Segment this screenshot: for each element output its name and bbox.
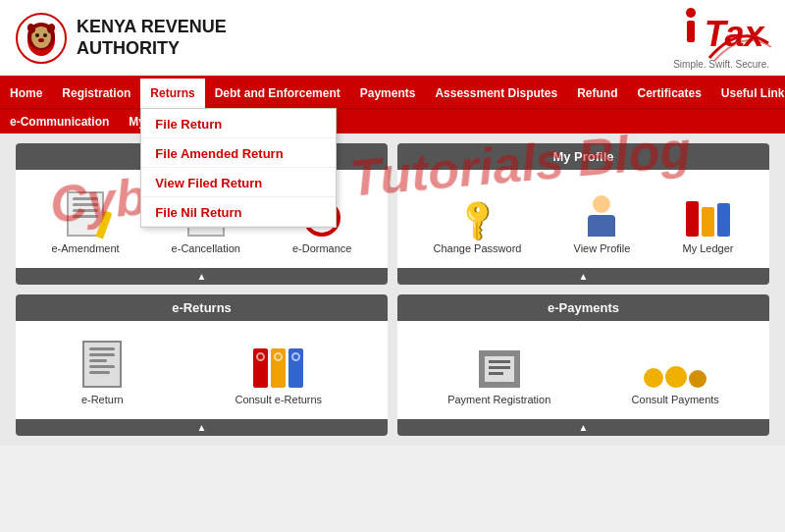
edormance-label: e-Dormance: [292, 242, 352, 254]
myprofile-arrow: ▲: [579, 271, 589, 282]
svg-point-8: [43, 33, 47, 37]
nav-certificates[interactable]: Certificates: [627, 79, 710, 108]
epayments-card: e-Payments Payment Registration: [397, 294, 769, 436]
nav-home[interactable]: Home: [0, 79, 52, 108]
person-icon: [588, 195, 615, 237]
binder2: [271, 348, 286, 388]
nav-useful-links[interactable]: Useful Links: [711, 79, 785, 108]
kra-logo-text: KENYA REVENUE AUTHORITY: [77, 17, 227, 59]
myprofile-footer: ▲: [397, 268, 769, 285]
myledger-item[interactable]: My Ledger: [682, 201, 733, 254]
nav-row2: e-Communication My... - Last Login : 11:…: [0, 108, 785, 133]
nav-returns[interactable]: Returns: [140, 79, 204, 108]
myprofile-header: My Profile: [397, 143, 769, 170]
binders-icon: [253, 348, 303, 388]
dropdown-file-amended[interactable]: File Amended Return: [141, 138, 336, 168]
changepassword-item[interactable]: 🔑 Change Password: [434, 202, 522, 254]
ereturns-header: e-Returns: [16, 294, 388, 321]
book2: [702, 207, 714, 237]
eservices-footer: ▲: [16, 268, 388, 285]
doc-line3: [73, 209, 98, 212]
eamendment-item[interactable]: e-Amendment: [52, 191, 120, 254]
ereturns-card: e-Returns e-Return: [16, 294, 388, 436]
nav-ecomm[interactable]: e-Communication: [0, 109, 119, 134]
ereturns-body: e-Return Consult e-Returns: [16, 321, 388, 419]
nav-debt[interactable]: Debt and Enforcement: [205, 79, 350, 108]
doc-line4: [73, 215, 98, 218]
payment-reg-item[interactable]: Payment Registration: [447, 350, 550, 405]
kra-name-line1: KENYA REVENUE: [77, 17, 227, 38]
myprofile-card: My Profile 🔑 Change Password View Profil…: [397, 143, 769, 285]
viewprofile-item[interactable]: View Profile: [574, 195, 631, 254]
eamendment-icon: [67, 191, 104, 237]
kra-logo-icon: [16, 13, 67, 64]
nav-registration[interactable]: Registration: [52, 79, 140, 108]
person-head: [593, 195, 610, 213]
register-inner: [485, 356, 514, 382]
binder3: [288, 348, 303, 388]
svg-point-10: [686, 8, 696, 18]
pencil-overlay: [95, 210, 112, 239]
ereturn-icon: [82, 341, 122, 388]
key-icon: 🔑: [452, 194, 502, 244]
itax-swoosh: [705, 33, 773, 63]
register-icon: [479, 350, 520, 388]
epayments-arrow: ▲: [579, 422, 589, 433]
dropdown-file-nil[interactable]: File Nil Return: [141, 197, 336, 227]
consult-ereturns-item[interactable]: Consult e-Returns: [235, 348, 322, 405]
svg-point-7: [35, 33, 39, 37]
book1: [686, 201, 699, 237]
logo-area: KENYA REVENUE AUTHORITY: [16, 13, 227, 64]
viewprofile-label: View Profile: [574, 242, 631, 254]
nav-returns-container: Returns File Return File Amended Return …: [140, 79, 204, 108]
book3: [717, 203, 730, 237]
kra-name-line2: AUTHORITY: [77, 38, 227, 60]
ereturn-label: e-Return: [81, 394, 124, 405]
doc-line1: [73, 197, 98, 200]
myledger-label: My Ledger: [682, 242, 733, 254]
svg-rect-11: [687, 21, 695, 42]
eamendment-label: e-Amendment: [52, 242, 120, 254]
coin2: [665, 366, 687, 388]
ereturns-arrow: ▲: [197, 422, 207, 433]
nav-assessment[interactable]: Assessment Disputes: [425, 79, 567, 108]
ereturns-footer: ▲: [16, 419, 388, 436]
itax-logo: Tax Simple. Swift. Secure.: [673, 7, 769, 70]
myprofile-body: 🔑 Change Password View Profile My Ledger: [397, 170, 769, 268]
epayments-body: Payment Registration Consult Payments: [397, 321, 769, 419]
main-content: e-Services e-Amendment: [0, 133, 785, 446]
consult-ereturns-label: Consult e-Returns: [235, 394, 322, 405]
svg-point-9: [38, 38, 44, 42]
dropdown-file-return[interactable]: File Return: [141, 109, 336, 138]
doc-line2: [73, 203, 98, 206]
payment-reg-label: Payment Registration: [447, 394, 550, 405]
coin3: [689, 370, 706, 388]
nav-refund[interactable]: Refund: [567, 79, 627, 108]
returns-dropdown: File Return File Amended Return View Fil…: [140, 108, 337, 228]
itax-icon: [679, 7, 703, 46]
ecancellation-label: e-Cancellation: [172, 242, 240, 254]
nav-bar: Home Registration Returns File Return Fi…: [0, 79, 785, 108]
coins-icon: [644, 366, 706, 388]
ereturn-item[interactable]: e-Return: [81, 341, 124, 405]
person-body: [588, 215, 615, 237]
coin1: [644, 368, 663, 388]
consult-payments-label: Consult Payments: [632, 394, 719, 405]
epayments-header: e-Payments: [397, 294, 769, 321]
binder1: [253, 348, 268, 388]
dropdown-view-filed[interactable]: View Filed Return: [141, 168, 336, 197]
page-header: KENYA REVENUE AUTHORITY Tax Simple. Swif…: [0, 0, 785, 79]
eservices-arrow: ▲: [197, 271, 207, 282]
books-icon: [686, 201, 730, 237]
epayments-footer: ▲: [397, 419, 769, 436]
nav-payments[interactable]: Payments: [350, 79, 426, 108]
consult-payments-item[interactable]: Consult Payments: [632, 366, 719, 405]
changepassword-label: Change Password: [434, 242, 522, 254]
